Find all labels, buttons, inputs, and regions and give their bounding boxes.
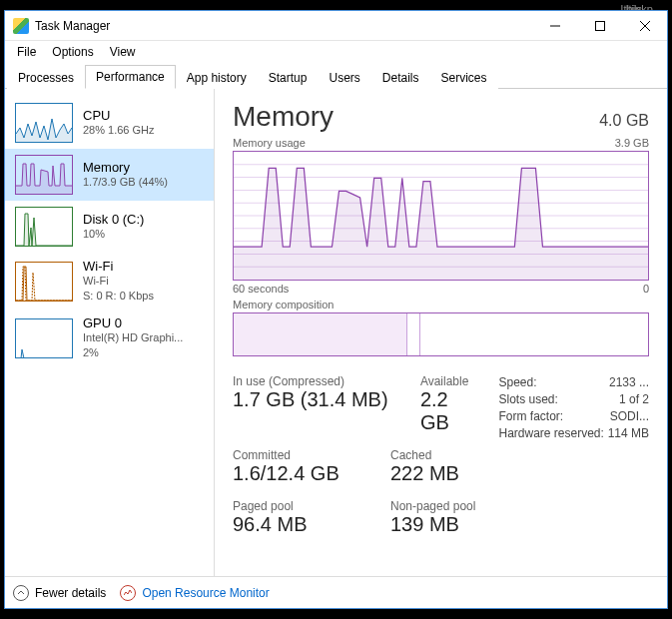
menu-options[interactable]: Options bbox=[44, 43, 101, 61]
memory-usage-chart[interactable] bbox=[233, 151, 649, 281]
close-button[interactable] bbox=[622, 11, 667, 41]
sidebar-sub-wifi: Wi-Fi bbox=[83, 274, 154, 289]
nonpaged-value: 139 MB bbox=[390, 513, 475, 536]
sidebar-item-memory[interactable]: Memory 1.7/3.9 GB (44%) bbox=[5, 149, 214, 201]
sidebar-item-cpu[interactable]: CPU 28% 1.66 GHz bbox=[5, 97, 214, 149]
app-icon bbox=[13, 18, 29, 34]
committed-label: Committed bbox=[233, 448, 362, 462]
resource-monitor-label: Open Resource Monitor bbox=[142, 586, 269, 600]
usage-label: Memory usage bbox=[233, 137, 306, 149]
sidebar-label-memory: Memory bbox=[83, 160, 168, 175]
committed-value: 1.6/12.4 GB bbox=[233, 462, 362, 485]
sidebar-label-disk: Disk 0 (C:) bbox=[83, 212, 144, 227]
sidebar-sub2-gpu: 2% bbox=[83, 345, 183, 360]
maximize-button[interactable] bbox=[577, 11, 622, 41]
comp-seg-modified bbox=[407, 313, 419, 355]
form-label: Form factor: bbox=[498, 408, 563, 425]
usage-max: 3.9 GB bbox=[615, 137, 649, 149]
fewer-details-label: Fewer details bbox=[35, 586, 106, 600]
page-title: Memory bbox=[233, 101, 334, 133]
total-capacity: 4.0 GB bbox=[599, 112, 649, 130]
memory-thumbnail bbox=[15, 155, 73, 195]
sidebar-sub-gpu: Intel(R) HD Graphi... bbox=[83, 330, 183, 345]
composition-label: Memory composition bbox=[233, 299, 334, 310]
close-icon bbox=[640, 21, 650, 31]
menu-view[interactable]: View bbox=[102, 43, 144, 61]
titlebar[interactable]: Task Manager bbox=[5, 11, 667, 41]
sidebar-label-gpu: GPU 0 bbox=[83, 315, 183, 330]
minimize-button[interactable] bbox=[532, 11, 577, 41]
footer: Fewer details Open Resource Monitor bbox=[5, 576, 667, 608]
tab-startup[interactable]: Startup bbox=[258, 66, 319, 89]
paged-label: Paged pool bbox=[233, 499, 362, 513]
minimize-icon bbox=[550, 21, 560, 31]
task-manager-window: Task Manager File Options View Processes… bbox=[4, 10, 668, 609]
sidebar-sub2-wifi: S: 0 R: 0 Kbps bbox=[83, 289, 154, 304]
slots-label: Slots used: bbox=[498, 391, 557, 408]
hw-label: Hardware reserved: bbox=[498, 425, 603, 442]
wifi-thumbnail bbox=[15, 262, 73, 302]
form-value: SODI... bbox=[610, 408, 649, 425]
tab-details[interactable]: Details bbox=[371, 66, 430, 89]
tabstrip: Processes Performance App history Startu… bbox=[5, 63, 667, 89]
hw-value: 114 MB bbox=[608, 425, 649, 442]
nonpaged-label: Non-paged pool bbox=[390, 499, 475, 513]
comp-seg-inuse bbox=[234, 313, 407, 355]
tab-processes[interactable]: Processes bbox=[7, 66, 85, 89]
sidebar-item-disk[interactable]: Disk 0 (C:) 10% bbox=[5, 201, 214, 253]
sidebar: CPU 28% 1.66 GHz Memory 1.7/3.9 GB (44%) bbox=[5, 89, 215, 576]
slots-value: 1 of 2 bbox=[619, 391, 649, 408]
sidebar-sub-disk: 10% bbox=[83, 227, 144, 242]
paged-value: 96.4 MB bbox=[233, 513, 362, 536]
tab-app-history[interactable]: App history bbox=[176, 66, 258, 89]
memory-composition-chart[interactable] bbox=[233, 312, 649, 356]
available-value: 2.2 GB bbox=[420, 388, 479, 434]
inuse-value: 1.7 GB (31.4 MB) bbox=[233, 388, 392, 411]
cpu-thumbnail bbox=[15, 103, 73, 143]
gpu-thumbnail bbox=[15, 318, 73, 358]
x-axis-right: 0 bbox=[643, 283, 649, 295]
sidebar-item-gpu[interactable]: GPU 0 Intel(R) HD Graphi... 2% bbox=[5, 310, 214, 366]
menubar: File Options View bbox=[5, 41, 667, 63]
main-panel: Memory 4.0 GB Memory usage 3.9 GB 60 sec… bbox=[215, 89, 667, 576]
cached-label: Cached bbox=[390, 448, 459, 462]
svg-rect-1 bbox=[595, 21, 604, 30]
cached-value: 222 MB bbox=[390, 462, 459, 485]
content-area: CPU 28% 1.66 GHz Memory 1.7/3.9 GB (44%) bbox=[5, 89, 667, 576]
sidebar-label-cpu: CPU bbox=[83, 108, 155, 123]
sidebar-sub-cpu: 28% 1.66 GHz bbox=[83, 123, 155, 138]
window-title: Task Manager bbox=[35, 19, 110, 33]
available-label: Available bbox=[420, 374, 479, 388]
open-resource-monitor-link[interactable]: Open Resource Monitor bbox=[120, 585, 269, 601]
fewer-details-button[interactable]: Fewer details bbox=[13, 585, 106, 601]
tab-users[interactable]: Users bbox=[318, 66, 370, 89]
maximize-icon bbox=[595, 21, 605, 31]
stats-left: In use (Compressed) 1.7 GB (31.4 MB) Ava… bbox=[233, 374, 478, 550]
sidebar-item-wifi[interactable]: Wi-Fi Wi-Fi S: 0 R: 0 Kbps bbox=[5, 253, 214, 310]
speed-label: Speed: bbox=[498, 374, 536, 391]
speed-value: 2133 ... bbox=[609, 374, 649, 391]
inuse-label: In use (Compressed) bbox=[233, 374, 392, 388]
sidebar-label-wifi: Wi-Fi bbox=[83, 259, 154, 274]
disk-thumbnail bbox=[15, 207, 73, 247]
resource-monitor-icon bbox=[120, 585, 136, 601]
menu-file[interactable]: File bbox=[9, 43, 44, 61]
stats-right: Speed:2133 ... Slots used:1 of 2 Form fa… bbox=[498, 374, 649, 550]
tab-services[interactable]: Services bbox=[430, 66, 498, 89]
x-axis-left: 60 seconds bbox=[233, 283, 289, 295]
chevron-up-icon bbox=[13, 585, 29, 601]
sidebar-sub-memory: 1.7/3.9 GB (44%) bbox=[83, 175, 168, 190]
tab-performance[interactable]: Performance bbox=[85, 65, 176, 89]
